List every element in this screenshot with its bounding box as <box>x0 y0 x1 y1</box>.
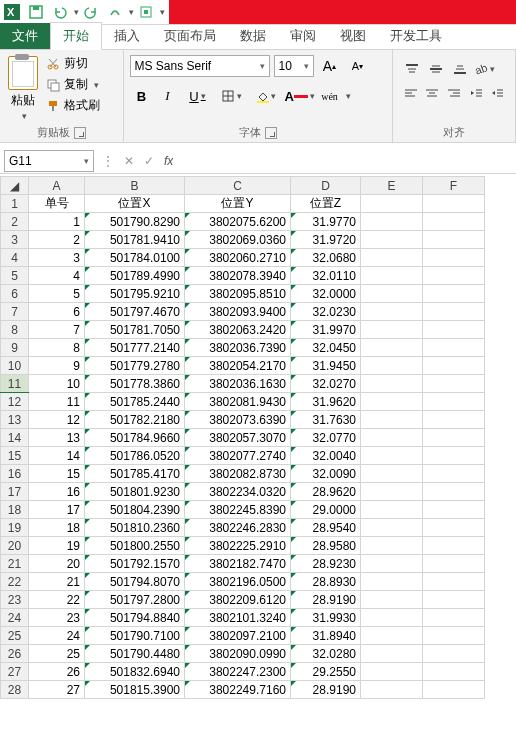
cell-C21[interactable]: 3802182.7470 <box>185 555 291 573</box>
enter-formula-icon[interactable]: ✓ <box>144 154 154 168</box>
row-header[interactable]: 28 <box>1 681 29 699</box>
cell-B28[interactable]: 501815.3900 <box>85 681 185 699</box>
table-row[interactable]: 43501784.01003802060.271032.0680 <box>1 249 485 267</box>
cell-E15[interactable] <box>361 447 423 465</box>
cell-B22[interactable]: 501794.8070 <box>85 573 185 591</box>
cell-F25[interactable] <box>423 627 485 645</box>
row-header[interactable]: 16 <box>1 465 29 483</box>
row-header[interactable]: 1 <box>1 195 29 213</box>
orientation-button[interactable]: ab▾ <box>473 60 495 78</box>
cell-C25[interactable]: 3802097.2100 <box>185 627 291 645</box>
table-row[interactable]: 32501781.94103802069.036031.9720 <box>1 231 485 249</box>
row-header[interactable]: 20 <box>1 537 29 555</box>
phonetic-button[interactable]: wén <box>318 84 342 108</box>
cell-E22[interactable] <box>361 573 423 591</box>
cell-A27[interactable]: 26 <box>29 663 85 681</box>
row-header[interactable]: 9 <box>1 339 29 357</box>
cell-C17[interactable]: 3802234.0320 <box>185 483 291 501</box>
cell-F5[interactable] <box>423 267 485 285</box>
cell-B7[interactable]: 501797.4670 <box>85 303 185 321</box>
cell-D26[interactable]: 32.0280 <box>291 645 361 663</box>
cell-B9[interactable]: 501777.2140 <box>85 339 185 357</box>
col-header-A[interactable]: A <box>29 177 85 195</box>
cell-D24[interactable]: 31.9930 <box>291 609 361 627</box>
cell-E24[interactable] <box>361 609 423 627</box>
cell-C13[interactable]: 3802073.6390 <box>185 411 291 429</box>
format-painter-button[interactable]: 格式刷 <box>44 96 102 115</box>
increase-indent-button[interactable] <box>487 84 507 102</box>
cell-F4[interactable] <box>423 249 485 267</box>
copy-button[interactable]: 复制▾ <box>44 75 102 94</box>
cell-C4[interactable]: 3802060.2710 <box>185 249 291 267</box>
fx-icon[interactable]: fx <box>164 154 173 168</box>
cancel-formula-icon[interactable]: ✕ <box>124 154 134 168</box>
row-header[interactable]: 5 <box>1 267 29 285</box>
cell-B21[interactable]: 501792.1570 <box>85 555 185 573</box>
cell-B8[interactable]: 501781.7050 <box>85 321 185 339</box>
row-header[interactable]: 8 <box>1 321 29 339</box>
cell-D17[interactable]: 28.9620 <box>291 483 361 501</box>
cell-A22[interactable]: 21 <box>29 573 85 591</box>
cell-B20[interactable]: 501800.2550 <box>85 537 185 555</box>
col-header-C[interactable]: C <box>185 177 291 195</box>
cell-D5[interactable]: 32.0110 <box>291 267 361 285</box>
table-row[interactable]: 87501781.70503802063.242031.9970 <box>1 321 485 339</box>
cell-C14[interactable]: 3802057.3070 <box>185 429 291 447</box>
cell-B18[interactable]: 501804.2390 <box>85 501 185 519</box>
row-header[interactable]: 6 <box>1 285 29 303</box>
cut-button[interactable]: 剪切 <box>44 54 102 73</box>
cell-A2[interactable]: 1 <box>29 213 85 231</box>
cell-A20[interactable]: 19 <box>29 537 85 555</box>
cell-B16[interactable]: 501785.4170 <box>85 465 185 483</box>
table-row[interactable]: 2322501797.28003802209.612028.9190 <box>1 591 485 609</box>
cell-F15[interactable] <box>423 447 485 465</box>
cell-C27[interactable]: 3802247.2300 <box>185 663 291 681</box>
cell-F8[interactable] <box>423 321 485 339</box>
cell-E6[interactable] <box>361 285 423 303</box>
table-row[interactable]: 1413501784.96603802057.307032.0770 <box>1 429 485 447</box>
cell-B13[interactable]: 501782.2180 <box>85 411 185 429</box>
table-row[interactable]: 65501795.92103802095.851032.0000 <box>1 285 485 303</box>
table-row[interactable]: 1110501778.38603802036.163032.0270 <box>1 375 485 393</box>
cell-E23[interactable] <box>361 591 423 609</box>
cell-E19[interactable] <box>361 519 423 537</box>
cell-F22[interactable] <box>423 573 485 591</box>
cell-C12[interactable]: 3802081.9430 <box>185 393 291 411</box>
row-header[interactable]: 3 <box>1 231 29 249</box>
cell-E2[interactable] <box>361 213 423 231</box>
cell-A12[interactable]: 11 <box>29 393 85 411</box>
cell-B24[interactable]: 501794.8840 <box>85 609 185 627</box>
touch-mode-icon[interactable] <box>136 2 156 22</box>
decrease-indent-button[interactable] <box>466 84 486 102</box>
table-row[interactable]: 1918501810.23603802246.283028.9540 <box>1 519 485 537</box>
cell-C3[interactable]: 3802069.0360 <box>185 231 291 249</box>
cell-C10[interactable]: 3802054.2170 <box>185 357 291 375</box>
cell-E9[interactable] <box>361 339 423 357</box>
cell-E27[interactable] <box>361 663 423 681</box>
cell-B6[interactable]: 501795.9210 <box>85 285 185 303</box>
font-name-combo[interactable]: MS Sans Serif▾ <box>130 55 270 77</box>
cell-F2[interactable] <box>423 213 485 231</box>
cell-F10[interactable] <box>423 357 485 375</box>
cell-E11[interactable] <box>361 375 423 393</box>
cell-D27[interactable]: 29.2550 <box>291 663 361 681</box>
tab-insert[interactable]: 插入 <box>102 23 152 49</box>
cell-C7[interactable]: 3802093.9400 <box>185 303 291 321</box>
row-header[interactable]: 12 <box>1 393 29 411</box>
cell-B14[interactable]: 501784.9660 <box>85 429 185 447</box>
name-box[interactable]: G11▾ <box>4 150 94 172</box>
cell-F9[interactable] <box>423 339 485 357</box>
spreadsheet-grid[interactable]: ◢ A B C D E F 1单号位置X位置Y位置Z21501790.82903… <box>0 176 485 699</box>
row-header[interactable]: 15 <box>1 447 29 465</box>
cell-E17[interactable] <box>361 483 423 501</box>
cell-D14[interactable]: 32.0770 <box>291 429 361 447</box>
cell-D25[interactable]: 31.8940 <box>291 627 361 645</box>
row-header[interactable]: 22 <box>1 573 29 591</box>
table-row[interactable]: 2423501794.88403802101.324031.9930 <box>1 609 485 627</box>
cell-D20[interactable]: 28.9580 <box>291 537 361 555</box>
cell-A16[interactable]: 15 <box>29 465 85 483</box>
cell-C22[interactable]: 3802196.0500 <box>185 573 291 591</box>
cell-B3[interactable]: 501781.9410 <box>85 231 185 249</box>
cell-D22[interactable]: 28.8930 <box>291 573 361 591</box>
cell-B25[interactable]: 501790.7100 <box>85 627 185 645</box>
